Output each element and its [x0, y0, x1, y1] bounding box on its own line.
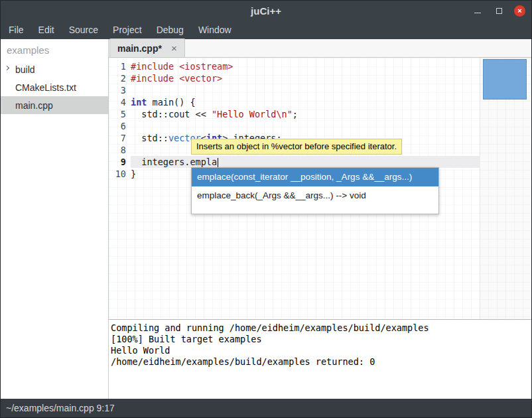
code-line[interactable] — [131, 84, 480, 96]
project-folder-label: examples — [1, 39, 108, 60]
code-editor[interactable]: 1 2 3 4 5 6 7 8 9 10 #include <iostream>… — [109, 58, 531, 319]
menu-edit[interactable]: Edit — [31, 22, 62, 38]
menu-window[interactable]: Window — [191, 22, 239, 38]
sidebar-item-maincpp[interactable]: main.cpp — [1, 96, 108, 114]
line-number: 1 — [109, 60, 126, 72]
line-number: 4 — [109, 96, 126, 108]
line-number: 3 — [109, 84, 126, 96]
window-controls: × — [472, 1, 525, 21]
text-caret — [218, 158, 218, 168]
close-icon: × — [517, 7, 521, 15]
completion-popup: emplace(const_iterator __position, _Args… — [191, 167, 439, 214]
tab-maincpp[interactable]: main.cpp* × — [109, 38, 185, 57]
code-line-current[interactable]: integers.empla — [131, 156, 480, 168]
output-panel[interactable]: Compiling and running /home/eidheim/exam… — [109, 319, 531, 399]
tab-close-icon[interactable]: × — [171, 42, 177, 54]
line-number: 8 — [109, 144, 126, 156]
scrollbar-thumb[interactable] — [483, 59, 527, 100]
tree-item-label: CMakeLists.txt — [15, 82, 76, 93]
app-window: juCi++ × File Edit Source Project Debug … — [0, 0, 532, 418]
code-line[interactable]: #include <iostream> — [131, 60, 480, 72]
minimize-icon — [474, 13, 481, 13]
status-file-position: ~/examples/main.cpp 9:17 — [6, 403, 115, 413]
chevron-right-icon[interactable] — [5, 66, 9, 70]
code-line[interactable]: #include <vector> — [131, 72, 480, 84]
line-number: 7 — [109, 132, 126, 144]
line-number: 5 — [109, 108, 126, 120]
code-line[interactable]: int main() { — [131, 96, 480, 108]
minimize-button[interactable] — [472, 5, 484, 17]
completion-item[interactable]: emplace(const_iterator __position, _Args… — [192, 168, 438, 186]
line-number: 10 — [109, 168, 126, 180]
menu-bar: File Edit Source Project Debug Window — [1, 21, 531, 39]
output-line: Hello World — [111, 345, 529, 356]
file-tree: build CMakeLists.txt main.cpp — [1, 60, 108, 114]
menu-source[interactable]: Source — [62, 22, 105, 38]
tab-label: main.cpp* — [117, 43, 162, 54]
menu-project[interactable]: Project — [105, 22, 149, 38]
restore-icon — [496, 8, 502, 14]
restore-button[interactable] — [493, 5, 505, 17]
line-number: 6 — [109, 120, 126, 132]
line-number: 2 — [109, 72, 126, 84]
sidebar-item-cmakelists[interactable]: CMakeLists.txt — [1, 78, 108, 96]
code-line[interactable]: std::cout << "Hello World\n"; — [131, 108, 480, 120]
menu-file[interactable]: File — [1, 22, 31, 38]
line-number-current: 9 — [109, 156, 126, 168]
window-title: juCi++ — [251, 5, 281, 17]
main-area: examples build CMakeLists.txt main.cpp m… — [1, 39, 531, 399]
completion-item[interactable]: emplace_back(_Args &&__args...) --> void — [192, 186, 438, 205]
tab-bar: main.cpp* × — [109, 39, 531, 58]
doc-tooltip: Inserts an object in %vector before spec… — [191, 139, 402, 155]
sidebar-item-build[interactable]: build — [1, 60, 108, 78]
close-button[interactable]: × — [514, 5, 525, 17]
code-area[interactable]: #include <iostream> #include <vector> in… — [131, 60, 480, 180]
code-line[interactable] — [131, 120, 480, 132]
tree-item-label: main.cpp — [15, 100, 53, 111]
tree-item-label: build — [15, 64, 35, 75]
line-number-gutter: 1 2 3 4 5 6 7 8 9 10 — [109, 60, 126, 180]
output-line: [100%] Built target examples — [111, 334, 529, 345]
sidebar: examples build CMakeLists.txt main.cpp — [1, 39, 109, 399]
output-line: Compiling and running /home/eidheim/exam… — [111, 322, 529, 334]
content-column: main.cpp* × 1 2 3 4 5 6 7 8 9 10 — [109, 39, 531, 399]
status-bar: ~/examples/main.cpp 9:17 — [1, 399, 531, 417]
menu-debug[interactable]: Debug — [149, 22, 191, 38]
output-line: /home/eidheim/examples/build/examples re… — [111, 356, 529, 368]
title-bar: juCi++ × — [1, 1, 531, 21]
